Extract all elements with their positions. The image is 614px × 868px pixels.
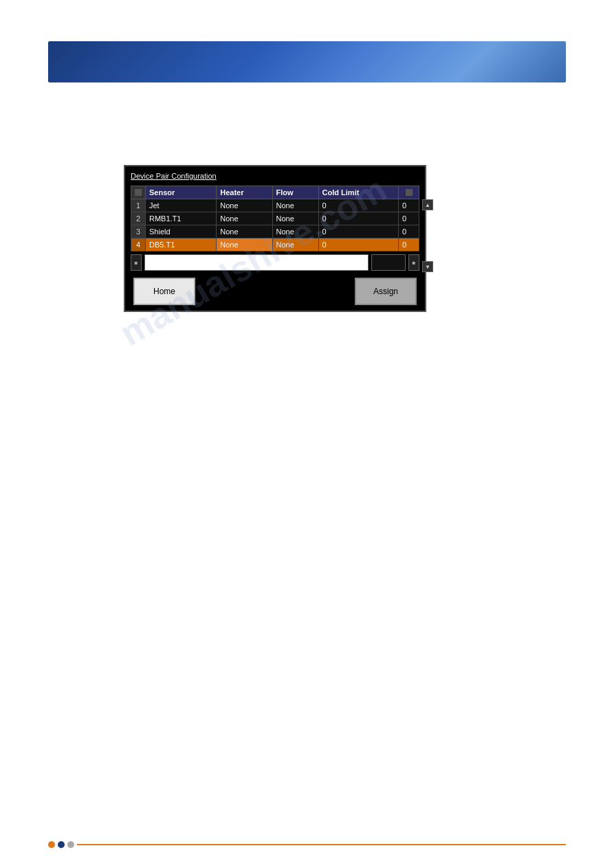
row-id: 2 [131, 212, 146, 225]
input-text-field[interactable] [144, 254, 369, 271]
table-row[interactable]: 1 Jet None None 0 0 [131, 199, 419, 212]
footer-dot-1 [48, 841, 55, 848]
row-heater: None [217, 212, 272, 225]
table-row-selected[interactable]: 4 DB5.T1 None None 0 0 [131, 238, 419, 252]
row-id: 4 [131, 238, 146, 252]
row-extra: 0 [399, 225, 419, 238]
dialog-title: Device Pair Configuration [131, 172, 419, 180]
footer-bar [48, 842, 566, 847]
col-header-cold-limit: Cold Limit [318, 186, 398, 199]
row-cold-limit: 0 [318, 225, 398, 238]
dialog-box: Device Pair Configuration Sensor Heater … [124, 165, 426, 312]
row-heater: None [217, 238, 272, 252]
input-num-field[interactable] [371, 254, 406, 271]
input-left-button[interactable]: ■ [131, 254, 142, 271]
table-wrapper: Sensor Heater Flow Cold Limit 1 Jet [131, 186, 419, 252]
row-heater: None [217, 199, 272, 212]
row-extra: 0 [399, 238, 419, 252]
col-header-check [131, 186, 146, 199]
row-cold-limit: 0 [318, 212, 398, 225]
col-header-flow: Flow [272, 186, 318, 199]
col-header-extra [399, 186, 419, 199]
row-heater: None [217, 225, 272, 238]
row-sensor: Shield [146, 225, 217, 238]
table-row[interactable]: 3 Shield None None 0 0 [131, 225, 419, 238]
row-id: 3 [131, 225, 146, 238]
footer-dot-2 [58, 841, 65, 848]
col-header-heater: Heater [217, 186, 272, 199]
row-sensor: DB5.T1 [146, 238, 217, 252]
row-extra: 0 [399, 199, 419, 212]
scroll-down-button[interactable]: ▼ [422, 261, 433, 272]
row-flow: None [272, 225, 318, 238]
assign-button[interactable]: Assign [355, 278, 417, 305]
row-flow: None [272, 238, 318, 252]
main-content: Device Pair Configuration Sensor Heater … [48, 110, 566, 827]
home-button[interactable]: Home [133, 278, 195, 305]
header-banner [48, 41, 566, 82]
row-cold-limit: 0 [318, 199, 398, 212]
buttons-row: Home Assign [131, 278, 419, 305]
row-id: 1 [131, 199, 146, 212]
row-extra: 0 [399, 212, 419, 225]
row-flow: None [272, 212, 318, 225]
table-row[interactable]: 2 RMB1.T1 None None 0 0 [131, 212, 419, 225]
footer-dot-3 [67, 841, 74, 848]
row-sensor: RMB1.T1 [146, 212, 217, 225]
input-right-button[interactable]: ■ [408, 254, 419, 271]
col-header-sensor: Sensor [146, 186, 217, 199]
scroll-up-button[interactable]: ▲ [422, 199, 433, 210]
row-sensor: Jet [146, 199, 217, 212]
footer-line [77, 844, 566, 845]
input-row: ■ ■ [131, 254, 419, 271]
config-table: Sensor Heater Flow Cold Limit 1 Jet [131, 186, 419, 252]
row-cold-limit: 0 [318, 238, 398, 252]
row-flow: None [272, 199, 318, 212]
